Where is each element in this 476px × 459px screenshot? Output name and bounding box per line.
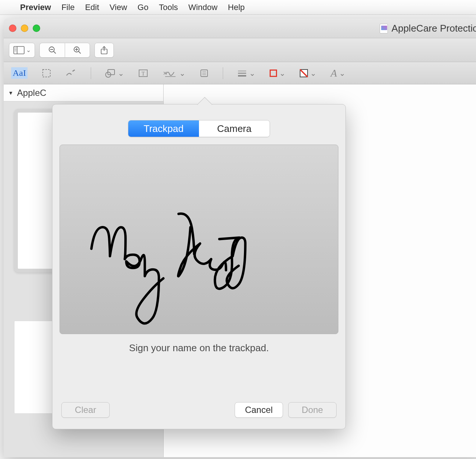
divider [91, 67, 91, 79]
zoom-in-icon [73, 46, 82, 55]
signature-popover: Trackpad Camera Sign your name on the tr… [52, 104, 346, 429]
view-mode-button[interactable]: ⌄ [9, 43, 35, 58]
chevron-down-icon: ⌄ [249, 69, 255, 78]
sidebar-doc-title: AppleC [17, 88, 46, 98]
signature-source-segmented-control: Trackpad Camera [128, 120, 270, 137]
done-button[interactable]: Done [288, 402, 337, 418]
cancel-button[interactable]: Cancel [235, 402, 283, 418]
signature-canvas[interactable] [60, 145, 338, 334]
window-traffic-lights [9, 25, 40, 32]
signature-drawing [60, 145, 338, 334]
zoom-out-button[interactable] [39, 43, 65, 58]
tab-camera[interactable]: Camera [199, 120, 270, 137]
divider [223, 67, 223, 79]
popover-buttons: Clear Cancel Done [52, 402, 345, 418]
fullscreen-window-button[interactable] [33, 25, 40, 32]
rectangular-selection-button[interactable] [42, 68, 51, 78]
menu-tools[interactable]: Tools [159, 3, 178, 12]
signature-instruction: Sign your name on the trackpad. [129, 342, 269, 354]
fill-color-button[interactable]: ⌄ [300, 69, 316, 78]
chevron-down-icon: ⌄ [310, 69, 316, 78]
sign-button[interactable]: ✕ ⌄ [162, 68, 186, 78]
preview-window: AppleCare Protection ⌄ AaI [4, 19, 476, 457]
chevron-down-icon: ⌄ [179, 69, 186, 78]
share-icon [100, 46, 108, 55]
shapes-button[interactable]: ⌄ [105, 69, 124, 78]
disclosure-triangle-icon[interactable]: ▼ [8, 90, 13, 96]
border-color-button[interactable]: ⌄ [270, 69, 286, 78]
zoom-in-button[interactable] [65, 43, 90, 58]
chevron-down-icon: ⌄ [339, 69, 345, 78]
window-title: AppleCare Protection [392, 23, 476, 34]
minimize-window-button[interactable] [21, 25, 28, 32]
clear-button[interactable]: Clear [61, 402, 110, 418]
window-titlebar[interactable]: AppleCare Protection [4, 19, 476, 38]
text-button[interactable]: T [138, 68, 148, 78]
svg-text:T: T [141, 71, 145, 77]
svg-line-6 [54, 51, 56, 54]
menubar-app-name[interactable]: Preview [20, 3, 51, 12]
sketch-icon [65, 69, 77, 78]
main-toolbar: ⌄ [4, 38, 476, 62]
menu-file[interactable]: File [61, 3, 74, 12]
font-style-icon: A [331, 67, 337, 79]
markup-toolbar: AaI ⌄ T ✕ ⌄ ⌄ ⌄ [4, 62, 476, 84]
border-style-button[interactable]: ⌄ [237, 69, 255, 78]
sidebar-header[interactable]: ▼ AppleC [4, 84, 163, 101]
menu-go[interactable]: Go [138, 3, 148, 12]
tab-trackpad[interactable]: Trackpad [128, 120, 199, 137]
menu-window[interactable]: Window [189, 3, 218, 12]
svg-rect-14 [43, 70, 50, 77]
zoom-group [39, 43, 90, 58]
menu-edit[interactable]: Edit [85, 3, 99, 12]
macos-menubar: Preview File Edit View Go Tools Window H… [0, 0, 476, 15]
text-box-icon: T [138, 68, 148, 78]
signature-icon: ✕ [162, 68, 177, 78]
chevron-down-icon: ⌄ [26, 46, 31, 54]
menu-help[interactable]: Help [228, 3, 245, 12]
text-style-button[interactable]: AaI [11, 67, 28, 79]
document-icon [380, 24, 388, 33]
font-button[interactable]: A ⌄ [331, 67, 345, 79]
share-button[interactable] [94, 43, 114, 58]
close-window-button[interactable] [9, 25, 16, 32]
sketch-button[interactable] [65, 69, 77, 78]
menu-view[interactable]: View [110, 3, 127, 12]
zoom-out-icon [48, 46, 57, 55]
svg-rect-0 [14, 46, 24, 54]
chevron-down-icon: ⌄ [279, 69, 286, 78]
fill-color-swatch-icon [300, 69, 308, 77]
note-icon [200, 69, 209, 78]
sidebar-thumbnails-icon [13, 46, 25, 54]
shapes-icon [105, 69, 116, 78]
chevron-down-icon: ⌄ [118, 69, 124, 78]
svg-line-9 [78, 51, 81, 54]
border-color-swatch-icon [270, 70, 277, 77]
line-weight-icon [237, 70, 247, 77]
rect-select-icon [42, 68, 51, 78]
note-button[interactable] [200, 69, 209, 78]
